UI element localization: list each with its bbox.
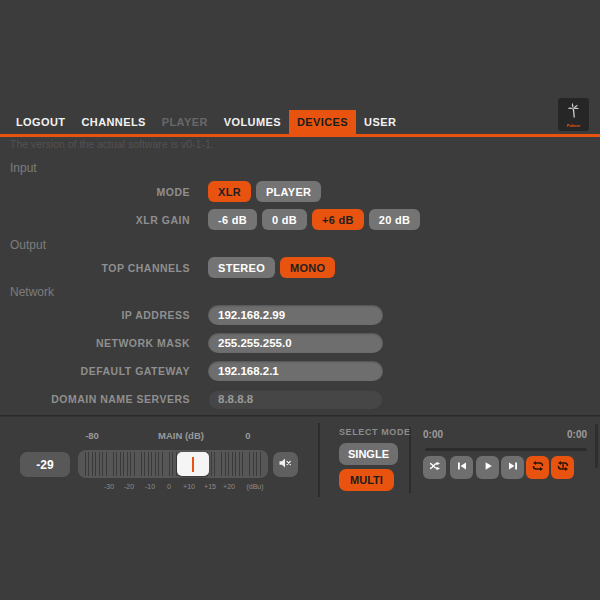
device-settings-screen: LOGOUT CHANNELS PLAYER VOLUMES DEVICES U… — [0, 0, 600, 600]
top-channels-row: TOP CHANNELS STEREO MONO — [0, 257, 600, 278]
dns-field[interactable] — [208, 389, 383, 409]
section-title-network: Network — [10, 285, 54, 299]
total-time: 0:00 — [549, 429, 587, 440]
dns-row: DOMAIN NAME SERVERS — [0, 388, 600, 409]
tab-player[interactable]: PLAYER — [154, 110, 216, 134]
default-gateway-label: DEFAULT GATEWAY — [0, 365, 190, 377]
mode-xlr-button[interactable]: XLR — [208, 181, 251, 202]
main-level-value-button[interactable]: -29 — [20, 452, 70, 477]
meter-max-label: 0 — [245, 430, 250, 441]
speaker-muted-icon — [279, 457, 292, 472]
tab-user[interactable]: USER — [356, 110, 404, 134]
palmer-logo: Palmer — [558, 98, 589, 131]
multi-mode-button[interactable]: MULTI — [339, 469, 394, 491]
scale-tick: +15 — [204, 483, 216, 490]
mode-row: MODE XLR PLAYER — [0, 181, 600, 202]
gain-20-button[interactable]: 20 dB — [369, 209, 420, 230]
single-mode-button[interactable]: SINGLE — [339, 443, 398, 465]
slider-ribs — [85, 452, 261, 476]
play-button[interactable] — [476, 456, 499, 479]
slider-thumb-mark — [192, 457, 194, 472]
repeat-icon — [532, 460, 544, 475]
scale-tick: +20 — [223, 483, 235, 490]
network-mask-row: NETWORK MASK — [0, 332, 600, 353]
gain-plus6-button[interactable]: +6 dB — [312, 209, 364, 230]
stereo-button[interactable]: STEREO — [208, 257, 275, 278]
scale-tick: (dBu) — [246, 483, 263, 490]
default-gateway-field[interactable] — [208, 361, 383, 381]
footer-divider — [0, 415, 600, 417]
tab-logout[interactable]: LOGOUT — [8, 110, 73, 134]
main-level-slider-thumb[interactable] — [177, 452, 209, 476]
mute-button[interactable] — [273, 452, 298, 477]
scale-tick: 0 — [167, 483, 171, 490]
tab-volumes[interactable]: VOLUMES — [216, 110, 289, 134]
software-version-text: The version of the actual software is v0… — [10, 138, 214, 150]
gain-minus6-button[interactable]: -6 dB — [208, 209, 257, 230]
scrollbar-thumb[interactable] — [595, 424, 598, 468]
palm-tree-icon — [566, 101, 582, 123]
ip-address-field[interactable] — [208, 305, 383, 325]
play-icon — [482, 460, 494, 475]
mono-button[interactable]: MONO — [280, 257, 335, 278]
playback-progress-bar[interactable] — [425, 448, 587, 451]
scale-tick: -20 — [124, 483, 134, 490]
meter-title: MAIN (dB) — [158, 430, 204, 441]
ip-address-row: IP ADDRESS — [0, 304, 600, 325]
top-channels-label: TOP CHANNELS — [0, 262, 190, 274]
tab-devices[interactable]: DEVICES — [289, 110, 356, 134]
elapsed-time: 0:00 — [423, 429, 443, 440]
section-title-input: Input — [10, 161, 37, 175]
scale-tick: +10 — [183, 483, 195, 490]
tab-channels[interactable]: CHANNELS — [73, 110, 153, 134]
logo-brand-text: Palmer — [567, 124, 580, 128]
next-track-button[interactable] — [501, 456, 524, 479]
section-title-output: Output — [10, 238, 46, 252]
xlr-gain-row: XLR GAIN -6 dB 0 dB +6 dB 20 dB — [0, 209, 600, 230]
main-level-slider-track[interactable] — [78, 450, 268, 478]
repeat-one-icon — [557, 460, 569, 475]
shuffle-icon — [429, 460, 441, 475]
mode-player-button[interactable]: PLAYER — [256, 181, 321, 202]
shuffle-button[interactable] — [423, 456, 446, 479]
main-nav: LOGOUT CHANNELS PLAYER VOLUMES DEVICES U… — [8, 110, 404, 134]
dns-label: DOMAIN NAME SERVERS — [0, 393, 190, 405]
mode-label: MODE — [0, 186, 190, 198]
repeat-button[interactable] — [526, 456, 549, 479]
accent-divider — [0, 134, 600, 137]
gain-0-button[interactable]: 0 dB — [262, 209, 307, 230]
meter-min-label: -80 — [85, 430, 99, 441]
top-channels-button-group: STEREO MONO — [208, 257, 335, 278]
mode-button-group: XLR PLAYER — [208, 181, 321, 202]
select-mode-label: SELECT MODE — [339, 427, 411, 437]
network-mask-field[interactable] — [208, 333, 383, 353]
previous-track-button[interactable] — [450, 456, 473, 479]
xlr-gain-label: XLR GAIN — [0, 214, 190, 226]
network-mask-label: NETWORK MASK — [0, 337, 190, 349]
footer-divider-left — [318, 423, 320, 497]
default-gateway-row: DEFAULT GATEWAY — [0, 360, 600, 381]
xlr-gain-button-group: -6 dB 0 dB +6 dB 20 dB — [208, 209, 420, 230]
skip-forward-icon — [507, 460, 519, 475]
repeat-one-button[interactable] — [551, 456, 574, 479]
ip-address-label: IP ADDRESS — [0, 309, 190, 321]
scale-tick: -10 — [145, 483, 155, 490]
skip-back-icon — [456, 460, 468, 475]
scale-tick: -30 — [104, 483, 114, 490]
